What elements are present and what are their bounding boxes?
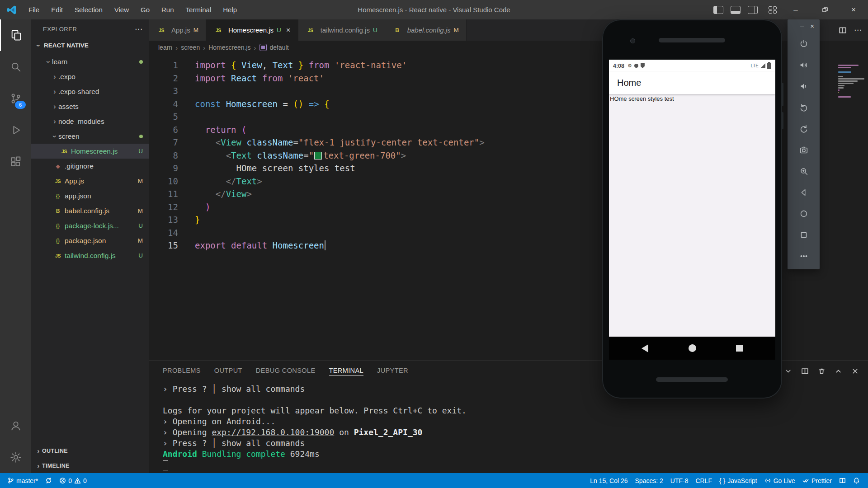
tree-item-package-lock.js...[interactable]: {}package-lock.js...U — [31, 218, 149, 233]
breadcrumb-item[interactable]: default — [270, 44, 289, 51]
tree-item-app.json[interactable]: {}app.json — [31, 188, 149, 203]
phone-speaker — [656, 377, 728, 382]
language-mode-item[interactable]: { } JavaScript — [716, 477, 761, 484]
menu-run[interactable]: Run — [156, 0, 180, 19]
tree-item-package.json[interactable]: {}package.jsonM — [31, 233, 149, 248]
menu-view[interactable]: View — [108, 0, 135, 19]
kill-terminal-icon[interactable] — [818, 367, 826, 375]
cursor-position-item[interactable]: Ln 15, Col 26 — [586, 477, 631, 484]
menu-help[interactable]: Help — [217, 0, 243, 19]
tree-item-.expo[interactable]: ›.expo — [31, 69, 149, 84]
tab-tailwind.config.js[interactable]: JStailwind.config.jsU — [298, 19, 385, 41]
android-back-button[interactable] — [642, 344, 648, 352]
tree-item-assets[interactable]: ›assets — [31, 99, 149, 114]
tree-item-Homescreen.js[interactable]: JSHomescreen.jsU — [31, 144, 149, 159]
encoding-item[interactable]: UTF-8 — [667, 477, 692, 484]
menu-edit[interactable]: Edit — [45, 0, 69, 19]
timeline-section[interactable]: › TIMELINE — [31, 458, 149, 473]
android-nav-bar — [609, 337, 775, 360]
emulator-power-icon[interactable] — [788, 33, 820, 54]
notifications-bell-icon[interactable] — [849, 477, 863, 484]
customize-layout-icon[interactable] — [769, 6, 777, 14]
split-terminal-icon[interactable] — [801, 367, 809, 375]
panel-tab-jupyter[interactable]: JUPYTER — [377, 367, 408, 375]
run-debug-icon[interactable] — [0, 114, 31, 146]
panel-tab-output[interactable]: OUTPUT — [214, 367, 242, 375]
tree-item-App.js[interactable]: JSApp.jsM — [31, 174, 149, 188]
workspace-section-header[interactable]: › REACT NATIVE — [31, 38, 149, 52]
emulator-home-icon[interactable] — [788, 203, 820, 224]
tree-item-.gitignore[interactable]: ◆.gitignore — [31, 159, 149, 174]
line-number: 7 — [149, 136, 178, 149]
git-branch-item[interactable]: master* — [4, 477, 42, 484]
tree-item-tailwind.config.js[interactable]: JStailwind.config.jsU — [31, 248, 149, 263]
menu-go[interactable]: Go — [135, 0, 156, 19]
restore-button[interactable] — [810, 0, 839, 19]
emulator-overview-icon[interactable] — [788, 224, 820, 245]
minimap[interactable] — [838, 65, 864, 98]
tree-item-screen[interactable]: ›screen — [31, 129, 149, 144]
split-editor-icon[interactable] — [839, 26, 847, 34]
emulator-minimize-icon[interactable]: – — [800, 22, 804, 33]
json-file-icon: {} — [53, 222, 63, 229]
problems-item[interactable]: 0 0 — [56, 477, 90, 484]
close-panel-icon[interactable] — [851, 367, 859, 375]
panel-tab-terminal[interactable]: TERMINAL — [329, 367, 364, 375]
breadcrumb-item[interactable]: screen — [181, 44, 200, 51]
settings-gear-icon[interactable] — [0, 441, 31, 473]
panel-tab-debug-console[interactable]: DEBUG CONSOLE — [256, 367, 316, 375]
minimize-button[interactable]: – — [781, 0, 810, 19]
tab-babel.config.js[interactable]: Bbabel.config.jsM — [385, 19, 467, 41]
emulator-more-icon[interactable] — [788, 245, 820, 267]
explorer-icon[interactable] — [0, 19, 31, 51]
search-icon[interactable] — [0, 51, 31, 83]
sync-changes-icon[interactable] — [42, 477, 56, 484]
emulator-volume-up-icon[interactable] — [788, 54, 820, 75]
toggle-secondary-sidebar-icon[interactable] — [748, 6, 758, 14]
emulator-zoom-icon[interactable] — [788, 160, 820, 182]
android-home-button[interactable] — [689, 344, 696, 352]
menu-file[interactable]: File — [23, 0, 45, 19]
emulator-close-icon[interactable]: × — [810, 22, 814, 33]
emulator-rotate-right-icon[interactable] — [788, 118, 820, 139]
color-swatch-icon[interactable] — [314, 152, 322, 160]
eol-item[interactable]: CRLF — [692, 477, 716, 484]
chevron-icon: › — [35, 462, 42, 469]
emulator-back-icon[interactable] — [788, 182, 820, 203]
editor-more-icon[interactable]: ⋯ — [854, 25, 862, 35]
android-recents-button[interactable] — [736, 345, 743, 352]
tree-item-node_modules[interactable]: ›node_modules — [31, 114, 149, 129]
close-icon[interactable]: × — [286, 26, 291, 35]
android-emulator-window[interactable]: 4:08 ⚙ LTE Home HOme screen styles test — [602, 19, 782, 399]
breadcrumb-item[interactable]: learn — [158, 44, 172, 51]
outline-section[interactable]: › OUTLINE — [31, 443, 149, 458]
tab-Homescreen.js[interactable]: JSHomescreen.jsU× — [206, 19, 298, 41]
emulator-volume-down-icon[interactable] — [788, 75, 820, 97]
close-button[interactable]: × — [839, 0, 868, 19]
tree-item-.expo-shared[interactable]: ›.expo-shared — [31, 84, 149, 99]
maximize-panel-icon[interactable] — [835, 367, 842, 375]
explorer-more-icon[interactable]: ⋯ — [135, 24, 143, 34]
tab-App.js[interactable]: JSApp.jsM — [149, 19, 206, 41]
menu-terminal[interactable]: Terminal — [180, 0, 217, 19]
terminal-dropdown-icon[interactable] — [784, 367, 792, 375]
line-number: 9 — [149, 162, 178, 175]
emulator-screenshot-icon[interactable] — [788, 139, 820, 160]
account-icon[interactable] — [0, 410, 31, 441]
phone-screen[interactable]: 4:08 ⚙ LTE Home HOme screen styles test — [609, 60, 775, 360]
indentation-item[interactable]: Spaces: 2 — [632, 477, 667, 484]
panel-tab-problems[interactable]: PROBLEMS — [163, 367, 201, 375]
tree-item-learn[interactable]: ›learn — [31, 54, 149, 69]
source-control-icon[interactable]: 6 — [0, 83, 31, 114]
extensions-icon[interactable] — [0, 146, 31, 178]
tree-item-babel.config.js[interactable]: Bbabel.config.jsM — [31, 203, 149, 218]
go-live-item[interactable]: Go Live — [761, 477, 799, 484]
toggle-sidebar-icon[interactable] — [713, 6, 723, 14]
emulator-rotate-left-icon[interactable] — [788, 97, 820, 118]
breadcrumb-item[interactable]: Homescreen.js — [208, 44, 250, 51]
menu-selection[interactable]: Selection — [69, 0, 108, 19]
editor-layout-icon[interactable] — [835, 477, 849, 484]
prettier-item[interactable]: Prettier — [799, 477, 835, 484]
terminal-cursor — [163, 460, 168, 470]
toggle-panel-icon[interactable] — [731, 6, 741, 14]
